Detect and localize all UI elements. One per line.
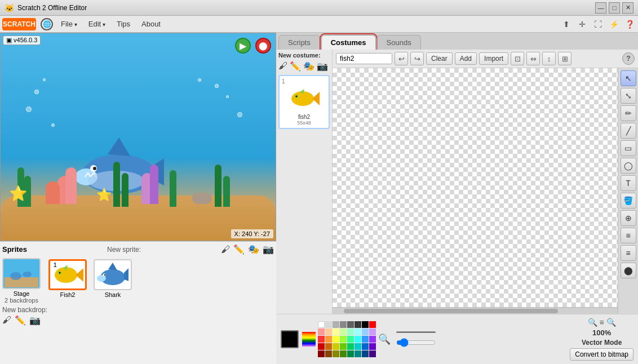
color-cell[interactable] bbox=[347, 343, 354, 350]
color-cell[interactable] bbox=[369, 350, 376, 357]
zoom-out-button[interactable]: 🔍 bbox=[606, 318, 616, 327]
color-cell[interactable] bbox=[355, 329, 361, 335]
color-cell[interactable] bbox=[318, 329, 325, 335]
color-cell[interactable] bbox=[340, 336, 347, 343]
costume-name-input[interactable] bbox=[336, 53, 392, 64]
tips-menu[interactable]: Tips bbox=[113, 19, 134, 29]
color-cell[interactable] bbox=[325, 329, 332, 335]
rect-tool[interactable]: ▭ bbox=[621, 140, 636, 156]
edit-new-sprite-button[interactable]: ✏️ bbox=[233, 244, 245, 255]
color-cell[interactable] bbox=[333, 329, 339, 335]
color-cell[interactable] bbox=[318, 343, 325, 350]
upload-icon[interactable]: ⬆ bbox=[560, 18, 573, 30]
minimize-button[interactable]: — bbox=[595, 2, 606, 14]
surprise-costume-tool[interactable]: 🎭 bbox=[303, 61, 314, 72]
paint-new-sprite-button[interactable]: 🖌 bbox=[221, 245, 230, 255]
fullscreen-icon[interactable]: ⛶ bbox=[592, 18, 604, 30]
pencil-tool[interactable]: ✏ bbox=[621, 105, 636, 121]
help-button[interactable]: ? bbox=[622, 52, 635, 65]
upload-sprite-button[interactable]: 📷 bbox=[263, 244, 274, 255]
color-cell[interactable] bbox=[318, 350, 325, 357]
green-flag-button[interactable]: ▶ bbox=[235, 38, 251, 54]
align-left-tool[interactable]: ≡ bbox=[621, 228, 636, 243]
convert-to-bitmap-button[interactable]: Convert to bitmap bbox=[570, 348, 633, 361]
paint-backdrop-button[interactable]: 🖌 bbox=[2, 315, 11, 326]
color-cell[interactable] bbox=[355, 350, 361, 357]
eyedropper-button[interactable]: 🔍 bbox=[378, 333, 391, 345]
color-cell[interactable] bbox=[347, 336, 354, 343]
align-right-tool[interactable]: ≡ bbox=[621, 245, 636, 261]
file-menu[interactable]: File bbox=[57, 19, 81, 29]
paint-costume-tool[interactable]: 🖌 bbox=[278, 61, 287, 72]
fill-tool[interactable]: 🪣 bbox=[621, 193, 636, 208]
color-cell[interactable] bbox=[362, 350, 369, 357]
surprise-sprite-button[interactable]: 🎭 bbox=[248, 244, 259, 255]
zoom-in-button[interactable]: 🔍 bbox=[588, 318, 597, 327]
color-cell[interactable] bbox=[347, 329, 354, 335]
redo-button[interactable]: ↪ bbox=[410, 52, 424, 65]
zoom-list-button[interactable]: ≡ bbox=[600, 318, 604, 327]
color-cell[interactable] bbox=[325, 321, 332, 328]
color-cell[interactable] bbox=[347, 321, 354, 328]
color-cell[interactable] bbox=[362, 343, 369, 350]
flip-v-button[interactable]: ↕ bbox=[542, 52, 556, 65]
color-cell[interactable] bbox=[362, 321, 369, 328]
fish2-sprite-item[interactable]: 1 Fish2 bbox=[47, 258, 88, 299]
horizontal-scrollbar[interactable] bbox=[333, 307, 618, 314]
upload-costume-tool[interactable]: 📷 bbox=[317, 61, 328, 72]
group-tool[interactable]: ⬤ bbox=[621, 263, 636, 278]
color-cell[interactable] bbox=[362, 336, 369, 343]
color-cell[interactable] bbox=[333, 343, 339, 350]
color-cell[interactable] bbox=[318, 336, 325, 343]
stamp-tool[interactable]: ⊕ bbox=[621, 210, 636, 226]
color-cell[interactable] bbox=[347, 350, 354, 357]
color-cell[interactable] bbox=[355, 336, 361, 343]
turbo-icon[interactable]: ⚡ bbox=[608, 18, 620, 30]
stroke-width-slider[interactable] bbox=[396, 338, 436, 347]
color-cell[interactable] bbox=[333, 350, 339, 357]
undo-button[interactable]: ↩ bbox=[395, 52, 408, 65]
color-cell[interactable] bbox=[369, 329, 376, 335]
color-preview[interactable] bbox=[281, 330, 299, 348]
color-cell[interactable] bbox=[362, 329, 369, 335]
crop-button[interactable]: ⊡ bbox=[511, 52, 524, 65]
color-cell[interactable] bbox=[340, 343, 347, 350]
edit-menu[interactable]: Edit bbox=[85, 19, 109, 29]
color-cell[interactable] bbox=[325, 343, 332, 350]
text-tool[interactable]: T bbox=[621, 175, 636, 191]
edit-costume-tool[interactable]: ✏️ bbox=[290, 61, 301, 72]
clear-button[interactable]: Clear bbox=[426, 52, 453, 65]
tab-costumes[interactable]: Costumes bbox=[321, 35, 376, 50]
tab-scripts[interactable]: Scripts bbox=[278, 35, 320, 50]
arrows-icon[interactable]: ✛ bbox=[576, 18, 588, 30]
color-cell[interactable] bbox=[355, 321, 361, 328]
tab-sounds[interactable]: Sounds bbox=[377, 35, 421, 50]
close-button[interactable]: ✕ bbox=[622, 2, 633, 14]
about-menu[interactable]: About bbox=[138, 19, 164, 29]
line-tool[interactable]: ╱ bbox=[621, 123, 636, 139]
costume-item[interactable]: 1 fish2 55x48 bbox=[278, 75, 330, 129]
rainbow-color-picker[interactable] bbox=[302, 332, 316, 347]
add-button[interactable]: Add bbox=[455, 52, 477, 65]
stop-button[interactable]: ⬤ bbox=[255, 38, 271, 54]
maximize-button[interactable]: □ bbox=[609, 2, 620, 14]
color-cell[interactable] bbox=[333, 336, 339, 343]
help-icon[interactable]: ❓ bbox=[623, 18, 636, 30]
canvas-area[interactable] bbox=[333, 68, 618, 307]
flip-h-button[interactable]: ⇔ bbox=[526, 52, 540, 65]
color-cell[interactable] bbox=[325, 336, 332, 343]
edit-backdrop-button[interactable]: ✏️ bbox=[15, 315, 26, 326]
color-cell[interactable] bbox=[369, 336, 376, 343]
color-cell[interactable] bbox=[340, 329, 347, 335]
color-cell[interactable] bbox=[325, 350, 332, 357]
select-tool[interactable]: ↖ bbox=[621, 70, 636, 86]
color-cell[interactable] bbox=[340, 350, 347, 357]
expand-button[interactable]: ⊞ bbox=[558, 52, 571, 65]
scrollbar-thumb[interactable] bbox=[344, 309, 558, 313]
color-cell[interactable] bbox=[355, 343, 361, 350]
ellipse-tool[interactable]: ◯ bbox=[621, 158, 636, 174]
red-pen-cell[interactable] bbox=[369, 321, 376, 328]
shark-sprite-item[interactable]: Shark bbox=[92, 258, 133, 299]
stage-sprite-item[interactable] bbox=[2, 258, 41, 289]
color-cell[interactable] bbox=[333, 321, 339, 328]
